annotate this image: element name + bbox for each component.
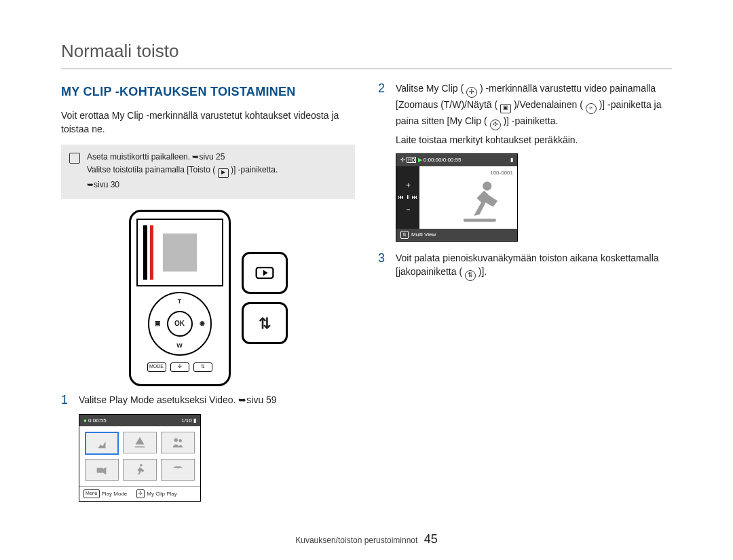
right-column: 2 Valitse My Clip ( ✣ ) -merkinnällä var… xyxy=(378,81,672,506)
runner-icon xyxy=(132,462,147,477)
thumb-4 xyxy=(85,459,119,481)
step-1-number: 1 xyxy=(61,393,72,408)
playback-side-controls: ＋ ⏮ ⏸ ⏭ － xyxy=(396,166,419,229)
zoom-share-button: ⇅ xyxy=(242,302,288,344)
thumbnail-grid xyxy=(79,426,200,486)
s3-b: )]. xyxy=(478,266,487,277)
intro-text: Voit erottaa My Clip -merkinnällä varust… xyxy=(61,109,355,136)
lcd-counter-value: 1/10 xyxy=(181,417,192,424)
playback-icon xyxy=(255,267,274,279)
svg-point-6 xyxy=(483,181,491,190)
dpad-up-label: T xyxy=(178,297,182,306)
svg-rect-7 xyxy=(464,219,496,221)
myclip-button: ✣ xyxy=(170,362,189,372)
lcd-time: ● 0:00:55 xyxy=(83,417,107,425)
note-line-1: Aseta muistikortti paikalleen. ➥sivu 25 xyxy=(87,151,278,163)
thumb-2 xyxy=(123,432,157,453)
myclip-icon: ✣ xyxy=(466,87,477,98)
screen-red-bar xyxy=(150,225,153,280)
display-icon: ▣ xyxy=(500,104,511,113)
device-screen xyxy=(136,219,223,286)
device-body: T W ▣ ◉ OK MODE ✣ ⇅ xyxy=(129,210,231,386)
mode-button: MODE xyxy=(147,362,166,372)
screen-thumbnail xyxy=(163,234,197,272)
lcd-counter: 1/10 ▮ xyxy=(181,417,196,425)
playback-area: ＋ ⏮ ⏸ ⏭ － 100-0001 xyxy=(396,166,517,229)
camcorder-icon xyxy=(94,462,109,477)
step-1-text-a: Valitse Play Mode asetukseksi Video. xyxy=(79,394,236,405)
playback-canvas: 100-0001 xyxy=(419,166,517,229)
multiview-label: Multi View xyxy=(411,231,436,239)
step-2-text: Valitse My Clip ( ✣ ) -merkinnällä varus… xyxy=(396,81,672,242)
footer-left: Menu Play Mode xyxy=(83,489,127,498)
dpad-right-icon: ◉ xyxy=(200,320,205,329)
svg-marker-1 xyxy=(263,270,267,276)
step-2-number: 2 xyxy=(378,81,389,96)
step-3-text: Voit palata pienoiskuvanäkymään toiston … xyxy=(396,251,672,281)
battery-icon-2: ▮ xyxy=(510,156,513,164)
myclip-badge-icon: ✣ xyxy=(400,157,405,163)
sailboat-icon xyxy=(132,435,147,450)
note-line-2: Valitse toistotila painamalla [Toisto ( … xyxy=(87,164,278,178)
menu-keycap: Menu xyxy=(83,489,100,498)
people-icon xyxy=(170,435,185,450)
playback-lcd-footer: ⇅ Multi View xyxy=(396,229,517,241)
footer-right-label: My Clip Play xyxy=(147,490,176,498)
s2-c: )/Vedenalainen ( xyxy=(514,99,583,110)
share-icon: ⇅ xyxy=(259,313,271,335)
step-2-sub: Laite toistaa merkityt kohtaukset peräkk… xyxy=(396,133,672,147)
page-footer: Kuvauksen/toiston perustoiminnot 45 xyxy=(0,532,733,546)
share-button: ⇅ xyxy=(193,362,212,372)
note-box: Aseta muistikortti paikalleen. ➥sivu 25 … xyxy=(61,145,355,200)
step-3: 3 Voit palata pienoiskuvanäkymään toisto… xyxy=(378,251,672,281)
thumb-3 xyxy=(161,432,195,453)
page-title: Normaali toisto xyxy=(61,41,672,62)
thumbnail-lcd-footer: Menu Play Mode ✣ My Clip Play xyxy=(79,486,200,500)
battery-icon: ▮ xyxy=(193,417,196,424)
thumbnail-lcd: ● 0:00:55 1/10 ▮ xyxy=(79,414,201,502)
playback-lcd-top: ✣ HD ▶ 0:00:00/0:00:55 ▮ xyxy=(396,154,517,166)
playback-top-left: ✣ HD ▶ 0:00:00/0:00:55 xyxy=(400,156,461,164)
share-icon-2: ⇅ xyxy=(465,270,476,281)
thumb-1 xyxy=(85,432,119,455)
dot-icon: ● xyxy=(83,417,87,424)
zoom-play-button xyxy=(242,252,288,294)
two-columns: MY CLIP -KOHTAUKSEN TOISTAMINEN Voit ero… xyxy=(61,81,672,506)
device-illustration: T W ▣ ◉ OK MODE ✣ ⇅ xyxy=(61,210,355,386)
manual-page: Normaali toisto MY CLIP -KOHTAUKSEN TOIS… xyxy=(0,0,733,560)
s3-a: Voit palata pienoiskuvanäkymään toiston … xyxy=(396,253,659,277)
page-number: 45 xyxy=(424,532,438,546)
transport-controls: ⏮ ⏸ ⏭ xyxy=(398,193,417,202)
underwater-icon: ≈ xyxy=(586,103,597,114)
share-keycap-icon: ⇅ xyxy=(400,231,409,239)
volume-down-icon: － xyxy=(405,204,412,215)
file-number: 100-0001 xyxy=(490,169,513,177)
device-button-row: MODE ✣ ⇅ xyxy=(147,362,212,372)
thumb-6 xyxy=(161,459,195,481)
playback-lcd: ✣ HD ▶ 0:00:00/0:00:55 ▮ ＋ ⏮ xyxy=(396,153,518,242)
play-icon: ▶ xyxy=(218,168,229,178)
lcd-time-value: 0:00:55 xyxy=(88,417,107,424)
svg-point-3 xyxy=(178,439,182,443)
left-column: MY CLIP -KOHTAUKSEN TOISTAMINEN Voit ero… xyxy=(61,81,355,506)
note-line-2a: Valitse toistotila painamalla [Toisto ( xyxy=(87,165,215,174)
palm-icon xyxy=(170,462,185,477)
screen-sidebar-icon xyxy=(143,225,147,280)
note-lines: Aseta muistikortti paikalleen. ➥sivu 25 … xyxy=(87,151,278,193)
step-1-text: Valitse Play Mode asetukseksi Video. ➥si… xyxy=(79,393,355,501)
dpad: T W ▣ ◉ OK xyxy=(148,292,212,356)
step-2: 2 Valitse My Clip ( ✣ ) -merkinnällä var… xyxy=(378,81,672,242)
myclip-icon-2: ✣ xyxy=(490,119,501,130)
title-rule xyxy=(61,69,672,69)
res-icon: HD xyxy=(407,157,416,163)
play-triangle-icon: ▶ xyxy=(418,157,422,163)
svg-point-2 xyxy=(174,438,178,443)
volume-up-icon: ＋ xyxy=(405,180,412,191)
footer-label: Kuvauksen/toiston perustoiminnot xyxy=(295,536,417,545)
zoom-buttons: ⇅ xyxy=(242,252,288,344)
svg-point-5 xyxy=(140,464,143,467)
myclip-keycap-icon: ✣ xyxy=(136,489,145,498)
step-1-text-b: ➥sivu 59 xyxy=(238,394,276,405)
thumbnail-lcd-top-bar: ● 0:00:55 1/10 ▮ xyxy=(79,415,200,427)
note-line-3: ➥sivu 30 xyxy=(87,179,278,191)
